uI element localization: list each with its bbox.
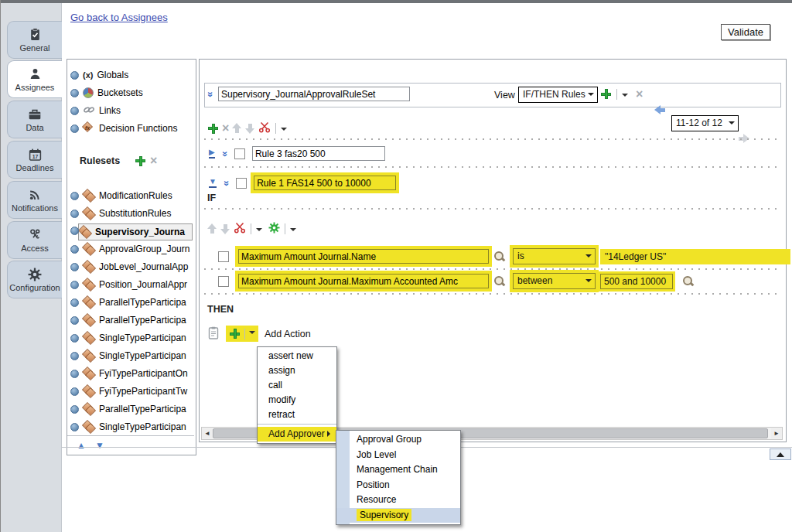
condition-value[interactable]: "14Ledger US" — [600, 249, 790, 264]
expand-rule-icon[interactable]: ▶ — [209, 148, 215, 159]
tab-data[interactable]: Data — [7, 101, 62, 138]
add-action-label[interactable]: Add Action — [265, 329, 311, 339]
collapse-chevron-icon[interactable]: » — [207, 91, 214, 97]
menu-item-assert-new[interactable]: assert new — [258, 349, 336, 363]
tree-item-bucketsets[interactable]: Bucketsets — [70, 85, 193, 101]
tree-item-ruleset[interactable]: ParallelTypeParticipa — [70, 401, 193, 417]
rule-checkbox[interactable] — [236, 178, 247, 189]
tree-item-ruleset[interactable]: ParallelTypeParticipa — [70, 312, 193, 328]
tree-item-ruleset[interactable]: SingleTypeParticipan — [70, 348, 193, 363]
tree-item-globals[interactable]: (x) Globals — [70, 67, 193, 83]
submenu-item-supervisory[interactable]: Supervisory — [336, 508, 460, 523]
bullet-icon — [70, 298, 79, 307]
tree-item-ruleset[interactable]: SingleTypeParticipan — [70, 330, 193, 346]
rules-editor-panel: » View IF/THEN Rules × 11-12 of 12 × ▶ » — [199, 59, 787, 442]
divider — [251, 223, 251, 234]
submenu-item-resource[interactable]: Resource — [336, 493, 460, 508]
rule-chevron-icon[interactable]: » — [223, 180, 230, 186]
separator — [204, 268, 780, 270]
move-down-icon[interactable] — [220, 223, 230, 234]
rule-name-input[interactable] — [252, 146, 385, 161]
operator-select[interactable]: is — [513, 248, 596, 264]
condition-checkbox[interactable] — [218, 276, 229, 287]
tab-assignees[interactable]: Assignees — [7, 60, 62, 98]
move-up-icon[interactable] — [232, 123, 242, 134]
tab-general[interactable]: General — [7, 21, 62, 59]
tree-item-ruleset-selected[interactable]: Supervisory_Journa — [78, 223, 193, 240]
menu-item-call[interactable]: call — [258, 378, 336, 393]
tree-item-ruleset[interactable]: JobLevel_JournalApp — [70, 259, 193, 275]
pagination-select[interactable]: 11-12 of 12 — [671, 115, 739, 131]
submenu-item-approval-group[interactable]: Approval Group — [336, 432, 460, 448]
tab-deadlines[interactable]: 17 Deadlines — [7, 141, 62, 179]
tree-item-links[interactable]: Links — [70, 103, 193, 118]
add-rule-icon[interactable] — [600, 88, 612, 100]
collapse-rule-icon[interactable]: ▼ — [209, 178, 217, 188]
view-select-value: IF/THEN Rules — [523, 89, 585, 100]
expression-search-icon[interactable] — [493, 251, 505, 262]
previous-page-icon[interactable] — [654, 105, 666, 115]
tree-item-ruleset[interactable]: ApprovalGroup_Journ — [70, 241, 193, 257]
tree-item-ruleset[interactable]: SubstitutionRules — [70, 206, 193, 221]
cut-dropdown-icon[interactable] — [281, 128, 287, 134]
tab-notifications[interactable]: Notifications — [7, 181, 62, 219]
menu-item-modify[interactable]: modify — [258, 393, 336, 408]
add-action-button-highlighted[interactable] — [226, 326, 258, 342]
add-ruleset-icon[interactable] — [135, 155, 146, 167]
menu-item-add-approver[interactable]: Add Approver — [258, 427, 336, 442]
cut-icon[interactable] — [258, 121, 271, 135]
menu-item-assign[interactable]: assign — [258, 363, 336, 378]
tab-configuration[interactable]: Configuration — [7, 261, 62, 298]
cut-icon[interactable] — [234, 222, 246, 236]
submenu-item-position[interactable]: Position — [336, 478, 460, 493]
move-down-icon[interactable] — [245, 123, 255, 134]
scroll-left-icon[interactable]: ◄ — [202, 428, 213, 438]
tree-item-decision-functions[interactable]: fx Decision Functions — [70, 121, 193, 136]
calendar-icon: 17 — [29, 148, 42, 162]
rule-chevron-icon[interactable]: » — [220, 151, 228, 156]
tree-item-ruleset[interactable]: FyiTypeParticipantOn — [70, 366, 193, 381]
view-select[interactable]: IF/THEN Rules — [518, 87, 598, 103]
scroll-up-icon[interactable]: ▲ — [77, 440, 86, 451]
add-rule-dropdown-icon[interactable] — [622, 94, 628, 100]
scroll-right-icon[interactable]: ► — [771, 428, 782, 438]
rule-name-input-highlighted[interactable] — [254, 176, 396, 190]
expression-search-icon[interactable] — [493, 275, 505, 287]
tree-item-ruleset[interactable]: ModificationRules — [70, 188, 193, 203]
add-action-row: Add Action — [207, 326, 311, 342]
ruleset-name-input[interactable] — [218, 87, 410, 101]
condition-expression-input[interactable] — [238, 249, 489, 264]
submenu-item-job-level[interactable]: Job Level — [336, 448, 460, 463]
menu-item-retract[interactable]: retract — [258, 408, 336, 422]
ruleset-icon — [83, 404, 95, 415]
validate-button[interactable]: Validate — [721, 24, 770, 40]
value-search-icon[interactable] — [682, 275, 694, 287]
tab-data-label: Data — [26, 123, 43, 132]
tab-access-label: Access — [21, 244, 48, 253]
condition-value[interactable]: 500 and 10000 — [600, 274, 673, 289]
go-back-link[interactable]: Go back to Assignees — [70, 12, 168, 23]
operator-select[interactable]: between — [513, 273, 596, 289]
tree-item-ruleset[interactable]: SingleTypeParticipan — [70, 419, 193, 435]
delete-rule-icon[interactable]: × — [636, 89, 643, 100]
move-up-icon[interactable] — [207, 223, 217, 234]
paste-icon[interactable] — [207, 326, 220, 342]
rule-checkbox[interactable] — [234, 148, 245, 159]
splitter-collapse-icon[interactable] — [770, 448, 791, 460]
delete-ruleset-icon[interactable]: × — [150, 155, 157, 166]
gear-green-icon[interactable] — [268, 222, 280, 236]
scroll-down-icon[interactable]: ▼ — [95, 440, 104, 451]
condition-row: between 500 and 10000 — [218, 273, 694, 289]
cut-dropdown-icon[interactable] — [256, 228, 262, 234]
condition-checkbox[interactable] — [218, 251, 229, 262]
globals-icon: (x) — [83, 70, 93, 80]
submenu-item-management-chain[interactable]: Management Chain — [336, 462, 460, 478]
tree-item-ruleset[interactable]: Position_JournalAppr — [70, 277, 193, 292]
gear-dropdown-icon[interactable] — [290, 228, 296, 234]
condition-expression-input[interactable] — [238, 274, 489, 288]
add-icon[interactable] — [207, 123, 219, 135]
tree-item-ruleset[interactable]: FyiTypeParticipantTw — [70, 384, 193, 399]
delete-icon[interactable]: × — [222, 123, 229, 134]
tab-access[interactable]: Access — [7, 221, 62, 259]
tree-item-ruleset[interactable]: ParallelTypeParticipa — [70, 295, 193, 310]
